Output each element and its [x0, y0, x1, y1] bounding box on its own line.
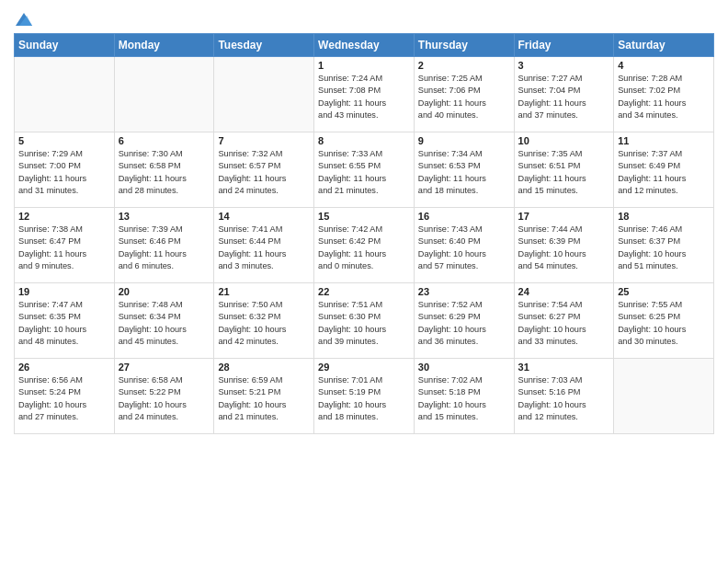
day-info: Sunrise: 7:27 AM Sunset: 7:04 PM Dayligh…: [518, 73, 610, 121]
day-number: 21: [218, 286, 310, 297]
day-number: 18: [618, 211, 710, 222]
day-info: Sunrise: 7:41 AM Sunset: 6:44 PM Dayligh…: [218, 224, 310, 272]
calendar-cell: 6Sunrise: 7:30 AM Sunset: 6:58 PM Daylig…: [114, 132, 214, 208]
calendar-cell: 1Sunrise: 7:24 AM Sunset: 7:08 PM Daylig…: [314, 57, 415, 132]
header: [14, 9, 714, 26]
day-info: Sunrise: 7:29 AM Sunset: 7:00 PM Dayligh…: [18, 148, 110, 197]
calendar-cell: 19Sunrise: 7:47 AM Sunset: 6:35 PM Dayli…: [15, 283, 115, 359]
calendar-cell: 9Sunrise: 7:34 AM Sunset: 6:53 PM Daylig…: [414, 132, 514, 208]
day-info: Sunrise: 7:34 AM Sunset: 6:53 PM Dayligh…: [418, 148, 510, 197]
calendar-cell: 18Sunrise: 7:46 AM Sunset: 6:37 PM Dayli…: [614, 208, 714, 283]
day-number: 11: [618, 135, 710, 146]
calendar-cell: 8Sunrise: 7:33 AM Sunset: 6:55 PM Daylig…: [314, 132, 415, 208]
weekday-header: Wednesday: [314, 34, 415, 57]
calendar-week-row: 12Sunrise: 7:38 AM Sunset: 6:47 PM Dayli…: [15, 208, 714, 283]
page: SundayMondayTuesdayWednesdayThursdayFrid…: [0, 0, 728, 563]
day-number: 23: [418, 286, 510, 297]
day-number: 1: [318, 60, 410, 71]
calendar-week-row: 19Sunrise: 7:47 AM Sunset: 6:35 PM Dayli…: [15, 283, 714, 359]
day-info: Sunrise: 7:03 AM Sunset: 5:16 PM Dayligh…: [518, 374, 610, 423]
calendar-cell: 26Sunrise: 6:56 AM Sunset: 5:24 PM Dayli…: [15, 359, 115, 434]
calendar-cell: 16Sunrise: 7:43 AM Sunset: 6:40 PM Dayli…: [414, 208, 514, 283]
calendar-cell: 25Sunrise: 7:55 AM Sunset: 6:25 PM Dayli…: [614, 283, 714, 359]
day-number: 16: [418, 211, 510, 222]
day-info: Sunrise: 7:32 AM Sunset: 6:57 PM Dayligh…: [218, 148, 310, 197]
day-info: Sunrise: 7:51 AM Sunset: 6:30 PM Dayligh…: [318, 299, 410, 348]
day-number: 2: [418, 60, 510, 71]
day-info: Sunrise: 7:25 AM Sunset: 7:06 PM Dayligh…: [418, 73, 510, 121]
day-info: Sunrise: 7:02 AM Sunset: 5:18 PM Dayligh…: [418, 374, 510, 423]
day-info: Sunrise: 6:58 AM Sunset: 5:22 PM Dayligh…: [119, 374, 210, 423]
calendar-cell: [214, 57, 314, 132]
calendar-cell: [614, 359, 714, 434]
calendar-cell: 11Sunrise: 7:37 AM Sunset: 6:49 PM Dayli…: [614, 132, 714, 208]
calendar-cell: [15, 57, 115, 132]
day-number: 9: [418, 135, 510, 146]
calendar-cell: 23Sunrise: 7:52 AM Sunset: 6:29 PM Dayli…: [414, 283, 514, 359]
day-number: 28: [218, 362, 310, 373]
calendar-week-row: 1Sunrise: 7:24 AM Sunset: 7:08 PM Daylig…: [15, 57, 714, 132]
weekday-header: Sunday: [15, 34, 115, 57]
day-number: 22: [318, 286, 410, 297]
day-number: 29: [318, 362, 410, 373]
day-info: Sunrise: 7:35 AM Sunset: 6:51 PM Dayligh…: [518, 148, 610, 197]
calendar-cell: 2Sunrise: 7:25 AM Sunset: 7:06 PM Daylig…: [414, 57, 514, 132]
day-info: Sunrise: 7:42 AM Sunset: 6:42 PM Dayligh…: [318, 224, 410, 272]
day-number: 12: [18, 211, 110, 222]
day-number: 10: [518, 135, 610, 146]
day-number: 13: [119, 211, 210, 222]
day-info: Sunrise: 6:56 AM Sunset: 5:24 PM Dayligh…: [18, 374, 110, 423]
calendar-cell: 31Sunrise: 7:03 AM Sunset: 5:16 PM Dayli…: [514, 359, 614, 434]
day-number: 27: [119, 362, 210, 373]
calendar-cell: 22Sunrise: 7:51 AM Sunset: 6:30 PM Dayli…: [314, 283, 415, 359]
day-number: 30: [418, 362, 510, 373]
day-info: Sunrise: 7:30 AM Sunset: 6:58 PM Dayligh…: [119, 148, 210, 197]
day-number: 3: [518, 60, 610, 71]
calendar-cell: [114, 57, 214, 132]
day-number: 25: [618, 286, 710, 297]
calendar-cell: 10Sunrise: 7:35 AM Sunset: 6:51 PM Dayli…: [514, 132, 614, 208]
calendar-cell: 29Sunrise: 7:01 AM Sunset: 5:19 PM Dayli…: [314, 359, 415, 434]
day-number: 5: [18, 135, 110, 146]
day-info: Sunrise: 7:55 AM Sunset: 6:25 PM Dayligh…: [618, 299, 710, 348]
day-info: Sunrise: 7:37 AM Sunset: 6:49 PM Dayligh…: [618, 148, 710, 197]
calendar-table: SundayMondayTuesdayWednesdayThursdayFrid…: [14, 33, 714, 434]
day-info: Sunrise: 7:24 AM Sunset: 7:08 PM Dayligh…: [318, 73, 410, 121]
day-info: Sunrise: 7:50 AM Sunset: 6:32 PM Dayligh…: [218, 299, 310, 348]
day-number: 15: [318, 211, 410, 222]
calendar-cell: 14Sunrise: 7:41 AM Sunset: 6:44 PM Dayli…: [214, 208, 314, 283]
day-info: Sunrise: 7:48 AM Sunset: 6:34 PM Dayligh…: [119, 299, 210, 348]
day-info: Sunrise: 7:01 AM Sunset: 5:19 PM Dayligh…: [318, 374, 410, 423]
weekday-header: Friday: [514, 34, 614, 57]
calendar-cell: 17Sunrise: 7:44 AM Sunset: 6:39 PM Dayli…: [514, 208, 614, 283]
calendar-header-row: SundayMondayTuesdayWednesdayThursdayFrid…: [15, 34, 714, 57]
calendar-cell: 7Sunrise: 7:32 AM Sunset: 6:57 PM Daylig…: [214, 132, 314, 208]
day-info: Sunrise: 7:39 AM Sunset: 6:46 PM Dayligh…: [119, 224, 210, 272]
day-info: Sunrise: 7:33 AM Sunset: 6:55 PM Dayligh…: [318, 148, 410, 197]
day-info: Sunrise: 7:46 AM Sunset: 6:37 PM Dayligh…: [618, 224, 710, 272]
day-info: Sunrise: 7:47 AM Sunset: 6:35 PM Dayligh…: [18, 299, 110, 348]
weekday-header: Tuesday: [214, 34, 314, 57]
weekday-header: Monday: [114, 34, 214, 57]
calendar-cell: 24Sunrise: 7:54 AM Sunset: 6:27 PM Dayli…: [514, 283, 614, 359]
calendar-cell: 28Sunrise: 6:59 AM Sunset: 5:21 PM Dayli…: [214, 359, 314, 434]
day-number: 8: [318, 135, 410, 146]
calendar-cell: 4Sunrise: 7:28 AM Sunset: 7:02 PM Daylig…: [614, 57, 714, 132]
day-number: 31: [518, 362, 610, 373]
calendar-cell: 13Sunrise: 7:39 AM Sunset: 6:46 PM Dayli…: [114, 208, 214, 283]
day-number: 20: [119, 286, 210, 297]
day-number: 7: [218, 135, 310, 146]
day-info: Sunrise: 7:52 AM Sunset: 6:29 PM Dayligh…: [418, 299, 510, 348]
day-number: 17: [518, 211, 610, 222]
calendar-week-row: 5Sunrise: 7:29 AM Sunset: 7:00 PM Daylig…: [15, 132, 714, 208]
weekday-header: Thursday: [414, 34, 514, 57]
day-info: Sunrise: 6:59 AM Sunset: 5:21 PM Dayligh…: [218, 374, 310, 423]
day-info: Sunrise: 7:38 AM Sunset: 6:47 PM Dayligh…: [18, 224, 110, 272]
calendar-cell: 30Sunrise: 7:02 AM Sunset: 5:18 PM Dayli…: [414, 359, 514, 434]
day-number: 4: [618, 60, 710, 71]
calendar-cell: 3Sunrise: 7:27 AM Sunset: 7:04 PM Daylig…: [514, 57, 614, 132]
weekday-header: Saturday: [614, 34, 714, 57]
day-info: Sunrise: 7:28 AM Sunset: 7:02 PM Dayligh…: [618, 73, 710, 121]
calendar-cell: 12Sunrise: 7:38 AM Sunset: 6:47 PM Dayli…: [15, 208, 115, 283]
calendar-cell: 15Sunrise: 7:42 AM Sunset: 6:42 PM Dayli…: [314, 208, 415, 283]
